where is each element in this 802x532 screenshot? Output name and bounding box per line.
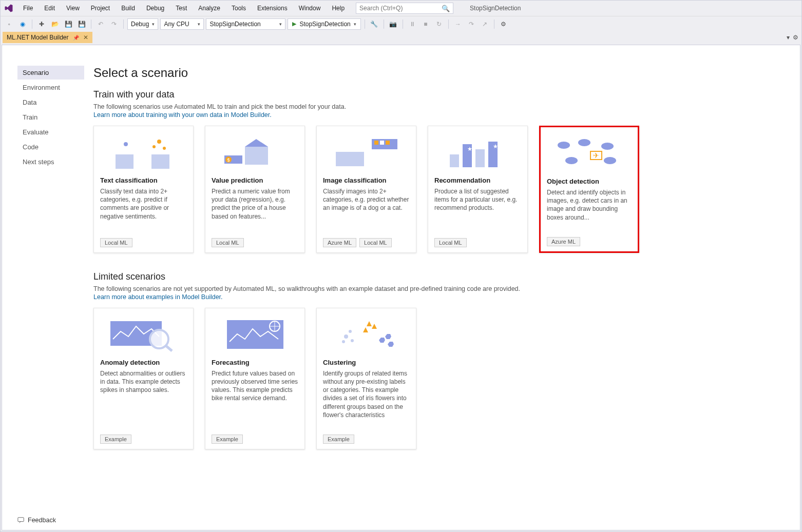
- svg-point-5: [163, 147, 166, 150]
- open-icon[interactable]: 📂: [49, 18, 61, 30]
- feedback-link[interactable]: Feedback: [17, 517, 56, 524]
- svg-text:★: ★: [467, 146, 472, 152]
- menu-help[interactable]: Help: [327, 3, 350, 14]
- badge: Local ML: [359, 238, 392, 247]
- card-title: Image classification: [323, 176, 410, 184]
- scenario-card-image-classification[interactable]: Image classification Classify images int…: [316, 126, 416, 253]
- start-debugging-button[interactable]: ▶ StopSignDetection ▾: [288, 18, 360, 30]
- step-train[interactable]: Train: [17, 110, 84, 124]
- save-all-icon[interactable]: 💾: [76, 18, 87, 30]
- svg-marker-46: [388, 342, 394, 347]
- step-over-icon: ↷: [466, 18, 477, 30]
- train-section-heading: Train with your data: [93, 89, 790, 100]
- step-environment[interactable]: Environment: [17, 81, 84, 94]
- menu-project[interactable]: Project: [86, 3, 115, 14]
- menu-view[interactable]: View: [61, 3, 85, 14]
- step-code[interactable]: Code: [17, 140, 84, 154]
- new-item-icon[interactable]: ✚: [36, 18, 47, 30]
- svg-marker-42: [372, 324, 377, 329]
- card-title: Value prediction: [212, 176, 298, 184]
- step-data[interactable]: Data: [17, 95, 84, 109]
- card-desc: Classify images into 2+ categories, e.g.…: [323, 187, 410, 223]
- tool-icon[interactable]: 🔧: [369, 18, 380, 30]
- menu-test[interactable]: Test: [170, 3, 192, 14]
- nav-fwd-icon[interactable]: ◉: [17, 18, 28, 30]
- image-tool-icon[interactable]: 📷: [388, 18, 399, 30]
- step-scenario[interactable]: Scenario: [17, 66, 84, 80]
- card-title: Forecasting: [212, 359, 298, 366]
- menu-analyze[interactable]: Analyze: [193, 3, 225, 14]
- chevron-down-icon: ▾: [152, 22, 155, 27]
- visual-studio-logo-icon: [4, 3, 14, 13]
- menu-extensions[interactable]: Extensions: [252, 3, 293, 14]
- config-value: Debug: [131, 21, 149, 28]
- step-into-icon: →: [452, 18, 464, 30]
- svg-marker-43: [363, 327, 368, 332]
- redo-icon[interactable]: ↷: [108, 18, 120, 30]
- step-evaluate[interactable]: Evaluate: [17, 125, 84, 139]
- gear-icon[interactable]: ⚙: [793, 34, 798, 41]
- scenario-card-forecasting[interactable]: Forecasting Predict future values based …: [205, 308, 305, 449]
- scenario-card-value-prediction[interactable]: $ Value prediction Predict a numeric val…: [205, 126, 305, 253]
- badge: Local ML: [434, 238, 467, 247]
- train-learn-more-link[interactable]: Learn more about training with your own …: [93, 111, 790, 119]
- menu-tools[interactable]: Tools: [226, 3, 251, 14]
- chevron-down-icon: ▾: [354, 22, 356, 27]
- platform-value: Any CPU: [164, 21, 189, 28]
- card-title: Object detection: [547, 178, 632, 185]
- card-title: Clustering: [323, 359, 410, 366]
- limited-learn-more-link[interactable]: Learn more about examples in Model Build…: [93, 293, 790, 301]
- card-desc: Identify groups of related items without…: [323, 369, 410, 419]
- misc-tool-icon[interactable]: ⚙: [498, 18, 509, 30]
- menu-debug[interactable]: Debug: [141, 3, 169, 14]
- solution-config-dropdown[interactable]: Debug▾: [127, 18, 158, 30]
- scenario-card-object-detection[interactable]: ✈✈ Object detection Detect and identify …: [539, 126, 639, 253]
- pin-icon[interactable]: 📌: [73, 35, 79, 41]
- quick-launch-search[interactable]: 🔍: [356, 3, 453, 14]
- card-title: Text classification: [100, 176, 187, 184]
- step-next[interactable]: Next steps: [17, 155, 84, 169]
- wizard-steps-nav: Scenario Environment Data Train Evaluate…: [17, 66, 84, 520]
- badge: Example: [100, 435, 131, 444]
- card-illustration-icon: [323, 314, 410, 354]
- tab-overflow-icon[interactable]: ▾: [787, 34, 790, 41]
- document-tab-row: ML.NET Model Builder 📌 ✕ ▾ ⚙: [1, 31, 801, 44]
- menu-window[interactable]: Window: [294, 3, 326, 14]
- limited-cards-row: Anomaly detection Detect abnormalities o…: [93, 308, 790, 449]
- menu-edit[interactable]: Edit: [39, 3, 60, 14]
- document-tab-mlnet[interactable]: ML.NET Model Builder 📌 ✕: [3, 32, 92, 43]
- feedback-label: Feedback: [28, 517, 56, 524]
- scenario-card-recommendation[interactable]: ★★ Recommendation Produce a list of sugg…: [428, 126, 528, 253]
- card-desc: Predict future values based on previousl…: [212, 369, 298, 419]
- card-illustration-icon: [100, 132, 187, 172]
- solution-platform-dropdown[interactable]: Any CPU▾: [160, 18, 204, 30]
- scenario-card-text-classification[interactable]: Text classification Classify text data i…: [93, 126, 194, 253]
- card-badges: Example: [212, 435, 298, 444]
- chevron-down-icon: ▾: [279, 22, 282, 27]
- menu-file[interactable]: File: [18, 3, 38, 14]
- card-desc: Predict a numeric value from your data (…: [212, 187, 298, 223]
- save-icon[interactable]: 💾: [63, 18, 74, 30]
- close-icon[interactable]: ✕: [83, 34, 88, 41]
- menu-build[interactable]: Build: [116, 3, 140, 14]
- card-desc: Produce a list of suggested items for a …: [434, 187, 521, 223]
- svg-line-32: [165, 345, 172, 351]
- svg-text:★: ★: [493, 143, 498, 149]
- svg-rect-11: [336, 152, 364, 166]
- nav-back-icon[interactable]: ◦: [4, 18, 15, 30]
- card-badges: Local ML: [212, 238, 298, 247]
- search-input[interactable]: [359, 5, 442, 12]
- svg-point-40: [351, 339, 354, 342]
- svg-point-38: [349, 330, 352, 333]
- card-illustration-icon: [323, 132, 410, 172]
- scenario-card-clustering[interactable]: Clustering Identify groups of related it…: [316, 308, 416, 449]
- card-illustration-icon: [100, 314, 187, 354]
- svg-point-4: [152, 145, 156, 148]
- scenario-card-anomaly-detection[interactable]: Anomaly detection Detect abnormalities o…: [93, 308, 194, 449]
- startup-value: StopSignDetection: [209, 21, 260, 28]
- card-badges: Azure ML: [547, 237, 632, 246]
- card-title: Anomaly detection: [100, 359, 187, 366]
- card-badges: Azure MLLocal ML: [323, 238, 410, 247]
- undo-icon[interactable]: ↶: [95, 18, 106, 30]
- startup-project-dropdown[interactable]: StopSignDetection▾: [206, 18, 285, 30]
